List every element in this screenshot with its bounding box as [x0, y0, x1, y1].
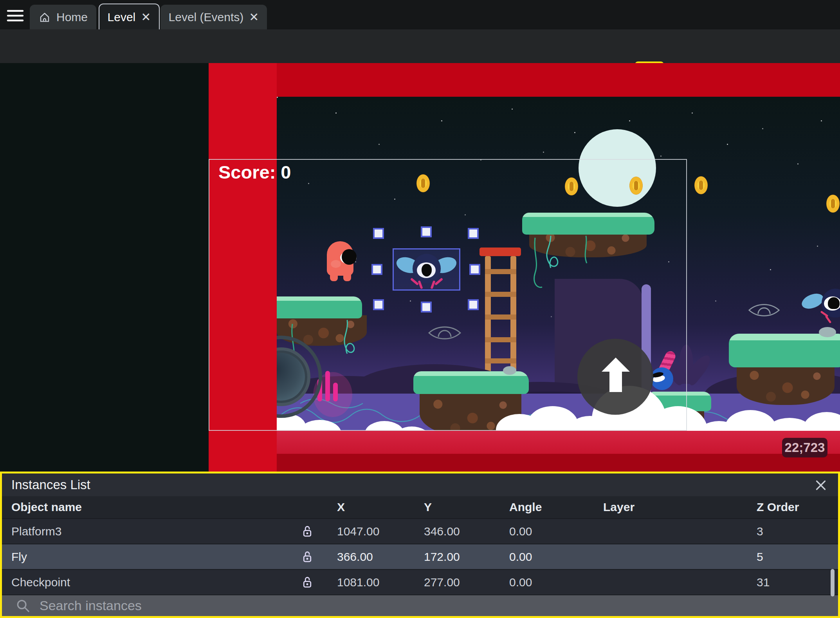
unlock-icon	[300, 524, 315, 539]
instances-panel-header: Instances List	[2, 473, 838, 496]
unlock-icon	[300, 575, 315, 590]
up-arrow-icon	[597, 355, 635, 396]
rock	[503, 366, 516, 375]
red-top-band	[277, 63, 840, 97]
coin-sprite[interactable]	[416, 174, 430, 192]
home-icon	[38, 11, 51, 23]
lock-button[interactable]	[292, 524, 323, 539]
lock-button[interactable]	[292, 549, 323, 564]
coin-sprite[interactable]	[826, 195, 840, 213]
resize-handle-bottom-center[interactable]	[421, 302, 432, 313]
tab-home-label: Home	[56, 11, 88, 24]
scene-canvas[interactable]	[277, 97, 840, 431]
row-angle[interactable]: 0.00	[495, 550, 589, 564]
table-row[interactable]: Platform3 1047.00 346.00 0.00 3	[2, 518, 838, 544]
selected-instance-group	[393, 248, 460, 291]
unlock-icon	[300, 549, 315, 564]
row-object-name: Checkpoint	[2, 576, 292, 589]
instances-list-panel: Instances List Object name X Y Angle Lay…	[0, 472, 840, 618]
eye-outline-sprite[interactable]	[747, 300, 781, 320]
tab-level-events[interactable]: Level (Events) ✕	[160, 5, 267, 29]
row-y[interactable]: 172.00	[410, 550, 495, 564]
eye-outline-sprite[interactable]	[427, 323, 463, 342]
column-y: Y	[410, 501, 495, 514]
instances-panel-title: Instances List	[11, 477, 90, 492]
tab-level-events-label: Level (Events)	[169, 11, 244, 24]
tab-level-label: Level	[108, 11, 136, 24]
row-z-order[interactable]: 31	[743, 576, 838, 589]
lava-strip	[277, 431, 840, 472]
red-vertical-band	[209, 63, 277, 472]
resize-handle-middle-right[interactable]	[469, 264, 480, 275]
tab-bar: Home Level ✕ Level (Events) ✕	[0, 0, 840, 29]
lock-button[interactable]	[292, 575, 323, 590]
stars	[277, 97, 278, 98]
resize-handle-top-center[interactable]	[421, 226, 432, 237]
player-sprite[interactable]	[327, 241, 353, 281]
row-angle[interactable]: 0.00	[495, 576, 589, 589]
rock	[819, 327, 836, 337]
resize-handle-bottom-left[interactable]	[373, 299, 384, 310]
row-x[interactable]: 1047.00	[323, 525, 410, 538]
row-object-name: Platform3	[2, 525, 292, 538]
coin-sprite[interactable]	[694, 176, 708, 194]
editor-window: Home Level ✕ Level (Events) ✕	[0, 0, 840, 618]
row-z-order[interactable]: 3	[743, 525, 838, 538]
fly-eye	[422, 264, 432, 276]
search-instances-input[interactable]	[39, 598, 510, 614]
column-layer: Layer	[589, 501, 743, 514]
table-row[interactable]: Checkpoint 1081.00 277.00 0.00 31	[2, 569, 838, 595]
column-angle: Angle	[495, 501, 589, 514]
toolbar: Preview Publish	[0, 29, 840, 63]
menu-button[interactable]	[6, 9, 24, 23]
row-x[interactable]: 366.00	[323, 550, 410, 564]
row-z-order[interactable]: 5	[743, 550, 838, 564]
cursor-coordinates-badge: 22;723	[782, 438, 827, 457]
row-y[interactable]: 346.00	[410, 525, 495, 538]
tab-home[interactable]: Home	[30, 5, 96, 29]
resize-handle-bottom-right[interactable]	[468, 299, 479, 310]
instances-table-header: Object name X Y Angle Layer Z Order	[2, 496, 838, 518]
resize-handle-top-right[interactable]	[468, 228, 479, 239]
column-z-order: Z Order	[743, 501, 838, 514]
coin-sprite[interactable]	[629, 177, 643, 195]
score-text: Score: 0	[218, 161, 291, 183]
tab-level-events-close-icon[interactable]: ✕	[249, 11, 259, 23]
row-y[interactable]: 277.00	[410, 576, 495, 589]
player-eye	[342, 249, 357, 265]
row-object-name: Fly	[2, 550, 292, 564]
row-angle[interactable]: 0.00	[495, 525, 589, 538]
table-row-selected[interactable]: Fly 366.00 172.00 0.00 5	[2, 544, 838, 569]
search-bar	[2, 595, 838, 616]
resize-handle-middle-left[interactable]	[371, 264, 382, 275]
search-icon	[15, 598, 31, 614]
column-x: X	[323, 501, 410, 514]
coin-sprite[interactable]	[565, 177, 578, 195]
tab-level-close-icon[interactable]: ✕	[141, 11, 151, 23]
tab-level[interactable]: Level ✕	[99, 4, 160, 30]
resize-handle-top-left[interactable]	[373, 228, 384, 239]
close-icon[interactable]	[814, 478, 828, 492]
row-x[interactable]: 1081.00	[323, 576, 410, 589]
column-object-name: Object name	[2, 501, 292, 514]
editor-canvas-empty-area[interactable]	[0, 63, 209, 472]
scrollbar-thumb[interactable]	[831, 569, 835, 596]
moon	[579, 129, 656, 207]
